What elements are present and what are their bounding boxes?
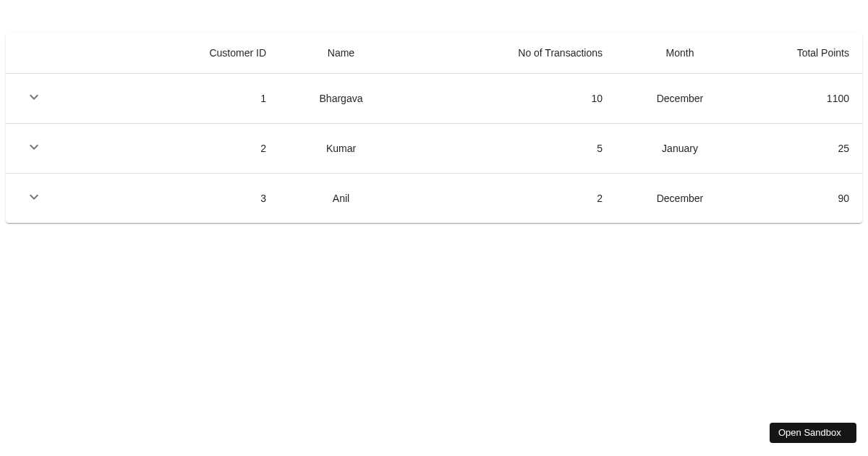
expand-row-button[interactable] [23, 138, 45, 159]
chevron-down-icon [25, 88, 43, 108]
customers-table: Customer ID Name No of Transactions Mont… [6, 33, 862, 223]
cell-name: Anil [278, 174, 404, 224]
table-paper: Customer ID Name No of Transactions Mont… [6, 33, 862, 223]
expand-row-button[interactable] [23, 187, 45, 209]
cell-customer-id: 1 [54, 74, 278, 124]
cell-month: December [614, 74, 746, 124]
chevron-down-icon [25, 188, 43, 208]
table-row: 2 Kumar 5 January 25 [6, 124, 862, 174]
table-row: 1 Bhargava 10 December 1100 [6, 74, 862, 124]
table-row: 3 Anil 2 December 90 [6, 174, 862, 224]
cell-name: Kumar [278, 124, 404, 174]
chevron-down-icon [25, 138, 43, 158]
header-name: Name [278, 33, 404, 74]
header-transactions: No of Transactions [404, 33, 614, 74]
cell-name: Bhargava [278, 74, 404, 124]
table-header-row: Customer ID Name No of Transactions Mont… [6, 33, 862, 74]
header-customer-id: Customer ID [54, 33, 278, 74]
cell-customer-id: 2 [54, 124, 278, 174]
cell-transactions: 10 [404, 74, 614, 124]
cell-transactions: 5 [404, 124, 614, 174]
header-month: Month [614, 33, 746, 74]
header-expand [6, 33, 54, 74]
cell-transactions: 2 [404, 174, 614, 224]
open-sandbox-button[interactable]: Open Sandbox [770, 423, 856, 443]
header-points: Total Points [746, 33, 862, 74]
cell-points: 25 [746, 124, 862, 174]
expand-row-button[interactable] [23, 88, 45, 109]
cell-points: 1100 [746, 74, 862, 124]
cell-points: 90 [746, 174, 862, 224]
cell-month: January [614, 124, 746, 174]
cell-month: December [614, 174, 746, 224]
cell-customer-id: 3 [54, 174, 278, 224]
